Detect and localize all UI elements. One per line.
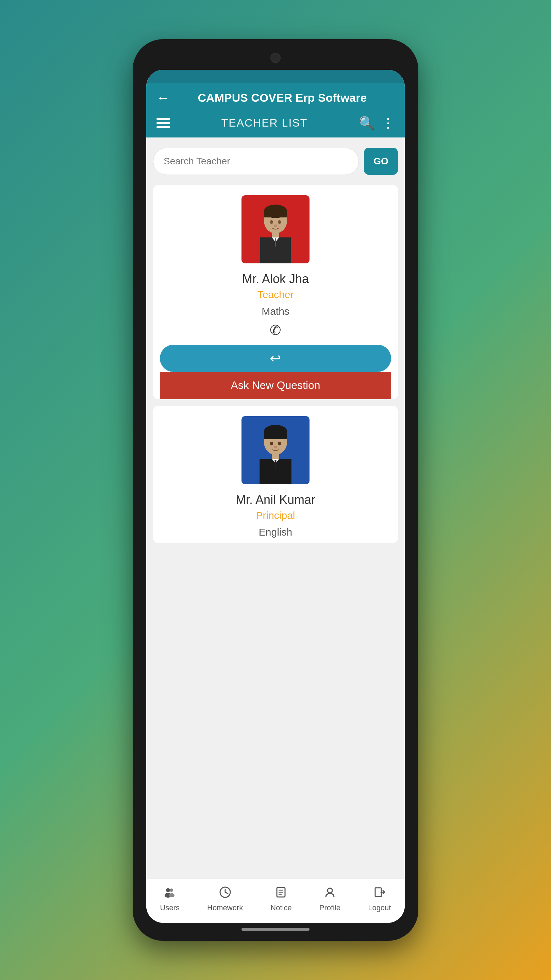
svg-point-8 <box>270 220 273 224</box>
card-buttons-alok: ↩ Ask New Question <box>160 345 391 399</box>
nav-item-notice[interactable]: Notice <box>264 883 298 916</box>
ask-question-label: Ask New Question <box>230 379 320 392</box>
teacher-subject-anil: English <box>259 527 292 538</box>
svg-rect-13 <box>264 430 287 439</box>
teacher-card-anil-kumar: Mr. Anil Kumar Principal English <box>153 406 398 543</box>
homework-icon <box>219 886 231 901</box>
logout-icon <box>373 886 386 901</box>
notice-icon <box>275 886 287 901</box>
nav-label-profile: Profile <box>319 904 340 912</box>
toolbar-icons: 🔍 ⋮ <box>359 116 395 130</box>
reply-button-alok[interactable]: ↩ <box>160 345 391 372</box>
svg-point-22 <box>166 888 170 892</box>
nav-label-logout: Logout <box>368 904 391 912</box>
toolbar-title: TEACHER LIST <box>221 117 308 129</box>
content-area: GO <box>146 137 405 878</box>
nav-label-homework: Homework <box>207 904 243 912</box>
teacher-card-alok-jha: Mr. Alok Jha Teacher Maths ✆ ↩ Ask New Q… <box>153 185 398 399</box>
menu-button[interactable] <box>156 118 170 128</box>
profile-icon <box>324 886 336 901</box>
nav-item-users[interactable]: Users <box>153 883 186 916</box>
go-button[interactable]: GO <box>364 148 398 175</box>
teacher-name-anil: Mr. Anil Kumar <box>236 493 315 507</box>
nav-item-profile[interactable]: Profile <box>313 883 347 916</box>
reply-icon: ↩ <box>270 350 281 366</box>
svg-marker-18 <box>275 460 276 468</box>
teacher-role-anil: Principal <box>256 510 295 521</box>
search-input[interactable] <box>153 148 359 175</box>
phone-device: ← CAMPUS COVER Erp Software TEACHER LIST… <box>133 39 418 941</box>
ask-question-button-alok[interactable]: Ask New Question <box>160 372 391 399</box>
avatar-alok-jha <box>241 195 310 263</box>
svg-point-23 <box>170 888 173 892</box>
nav-label-users: Users <box>160 904 179 912</box>
phone-home-indicator <box>241 928 310 931</box>
nav-item-logout[interactable]: Logout <box>361 883 398 916</box>
search-icon[interactable]: 🔍 <box>359 116 375 130</box>
svg-point-20 <box>278 442 281 445</box>
teacher-name-alok: Mr. Alok Jha <box>242 272 309 286</box>
avatar-anil-kumar <box>241 416 310 484</box>
svg-point-25 <box>169 893 175 897</box>
nav-label-notice: Notice <box>270 904 292 912</box>
phone-camera <box>270 53 281 63</box>
app-title: CAMPUS COVER Erp Software <box>170 91 395 105</box>
svg-point-21 <box>274 446 277 448</box>
svg-point-10 <box>274 224 277 227</box>
search-bar: GO <box>153 148 398 175</box>
phone-call-icon-alok[interactable]: ✆ <box>270 322 281 338</box>
svg-point-19 <box>270 442 273 445</box>
nav-item-homework[interactable]: Homework <box>200 883 250 916</box>
status-bar <box>146 70 405 83</box>
teacher-subject-alok: Maths <box>262 305 289 317</box>
back-button[interactable]: ← <box>156 90 170 105</box>
bottom-nav: Users Homework <box>146 878 405 923</box>
users-icon <box>164 886 176 901</box>
svg-rect-34 <box>375 888 381 897</box>
app-header: ← CAMPUS COVER Erp Software <box>146 83 405 112</box>
teacher-role-alok: Teacher <box>257 289 294 301</box>
svg-point-9 <box>278 220 281 224</box>
more-options-icon[interactable]: ⋮ <box>382 116 395 130</box>
svg-line-28 <box>225 892 228 894</box>
svg-point-33 <box>327 888 332 893</box>
toolbar: TEACHER LIST 🔍 ⋮ <box>146 112 405 137</box>
svg-rect-2 <box>264 210 287 218</box>
phone-screen: ← CAMPUS COVER Erp Software TEACHER LIST… <box>146 70 405 923</box>
